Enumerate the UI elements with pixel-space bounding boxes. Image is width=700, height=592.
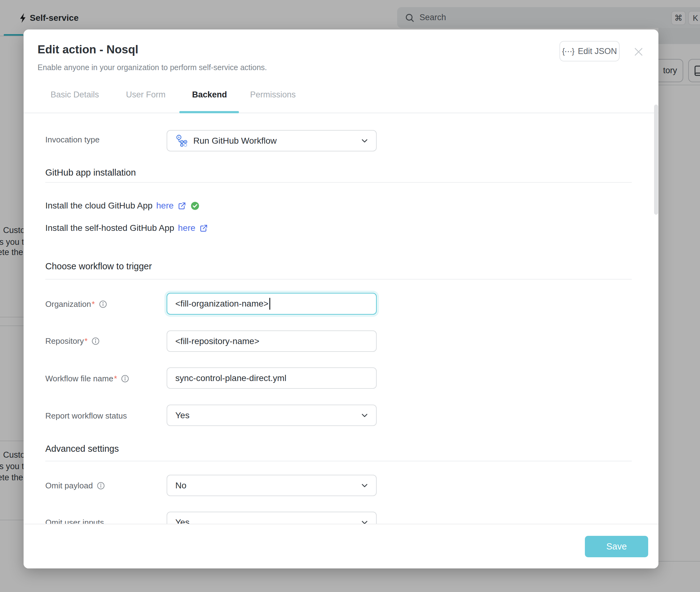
- edit-json-label: Edit JSON: [578, 47, 617, 56]
- info-icon[interactable]: [97, 481, 105, 490]
- section-title-github-app: GitHub app installation: [45, 167, 136, 178]
- divider: [45, 461, 632, 461]
- invocation-type-label: Invocation type: [45, 135, 100, 145]
- screen: Self-service Search ⌘ K tory Custo s you…: [0, 0, 700, 592]
- install-cloud-app-text: Install the cloud GitHub App: [45, 201, 153, 211]
- chevron-down-icon: [360, 411, 369, 420]
- workflow-file-name-value: sync-control-plane-direct.yml: [175, 373, 286, 383]
- report-workflow-status-select[interactable]: Yes: [167, 405, 377, 426]
- tab-permissions[interactable]: Permissions: [250, 90, 296, 100]
- modal-footer: [23, 524, 658, 569]
- invocation-type-select[interactable]: Run GitHub Workflow: [167, 130, 377, 151]
- tab-user-form[interactable]: User Form: [126, 90, 166, 100]
- text-cursor: [269, 298, 270, 310]
- info-icon[interactable]: [121, 374, 130, 383]
- external-link-icon[interactable]: [199, 224, 208, 233]
- organization-value: <fill-organization-name>: [175, 299, 268, 309]
- info-icon[interactable]: [91, 337, 100, 345]
- chevron-down-icon: [360, 481, 369, 490]
- section-title-choose-workflow: Choose workflow to trigger: [45, 261, 152, 272]
- invocation-type-value: Run GitHub Workflow: [193, 136, 277, 146]
- divider: [45, 279, 632, 280]
- omit-payload-label: Omit payload: [45, 481, 105, 491]
- install-cloud-app-link[interactable]: here: [156, 201, 174, 211]
- install-cloud-app-row: Install the cloud GitHub App here: [45, 201, 200, 211]
- external-link-icon[interactable]: [178, 201, 187, 210]
- section-title-advanced: Advanced settings: [45, 444, 119, 454]
- install-self-hosted-app-link[interactable]: here: [178, 223, 196, 233]
- repository-value: <fill-repository-name>: [175, 336, 259, 346]
- organization-input[interactable]: <fill-organization-name>: [167, 293, 377, 314]
- close-icon[interactable]: [631, 44, 646, 60]
- chevron-down-icon: [360, 136, 369, 146]
- divider: [45, 182, 632, 183]
- omit-payload-value: No: [175, 481, 187, 491]
- report-workflow-status-label: Report workflow status: [45, 411, 127, 421]
- active-tab-indicator: [179, 111, 239, 113]
- check-circle-icon: [190, 201, 200, 211]
- github-workflow-icon: [175, 134, 188, 147]
- required-marker: *: [85, 336, 88, 346]
- workflow-file-name-input[interactable]: sync-control-plane-direct.yml: [167, 367, 377, 389]
- required-marker: *: [92, 299, 95, 309]
- edit-action-modal: Edit action - Nosql Enable anyone in you…: [23, 30, 658, 569]
- organization-label: Organization*: [45, 299, 107, 309]
- modal-title: Edit action - Nosql: [38, 43, 138, 56]
- tab-backend[interactable]: Backend: [192, 90, 227, 100]
- save-button[interactable]: Save: [585, 536, 648, 557]
- required-marker: *: [114, 374, 117, 383]
- tab-basic-details[interactable]: Basic Details: [51, 90, 99, 100]
- install-self-hosted-app-row: Install the self-hosted GitHub App here: [45, 223, 208, 233]
- report-workflow-status-value: Yes: [175, 410, 190, 421]
- code-braces-icon: {⋯}: [562, 47, 574, 56]
- edit-json-button[interactable]: {⋯} Edit JSON: [559, 41, 620, 61]
- repository-input[interactable]: <fill-repository-name>: [167, 331, 377, 352]
- workflow-file-name-label: Workflow file name*: [45, 374, 130, 384]
- divider: [23, 113, 658, 113]
- modal-scrollbar-thumb[interactable]: [654, 105, 658, 215]
- omit-payload-select[interactable]: No: [167, 475, 377, 496]
- install-self-hosted-app-text: Install the self-hosted GitHub App: [45, 223, 174, 233]
- modal-subtitle: Enable anyone in your organization to pe…: [38, 63, 267, 72]
- info-icon[interactable]: [99, 300, 107, 308]
- repository-label: Repository*: [45, 336, 100, 346]
